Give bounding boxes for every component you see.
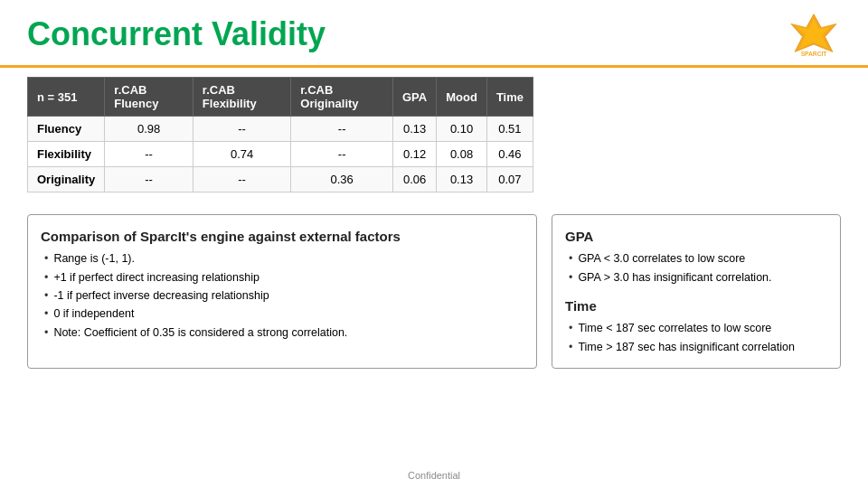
cell-flexibility-mood: 0.08 — [437, 142, 487, 167]
left-panel-bullets: Range is (-1, 1). +1 if perfect direct i… — [41, 250, 524, 342]
bullet-1: Range is (-1, 1). — [44, 250, 524, 267]
page-title: Concurrent Validity — [27, 16, 326, 52]
cell-fluency-rcabflexibility: -- — [193, 117, 290, 142]
bottom-section: Comparison of SparcIt's engine against e… — [0, 214, 868, 369]
page-header: Concurrent Validity SPARCIT — [0, 0, 868, 65]
col-header-originality: r.CAB Originality — [291, 78, 393, 117]
col-header-flexibility: r.CAB Flexibility — [193, 78, 290, 117]
time-heading: Time — [565, 296, 827, 316]
cell-flexibility-rcabflexibility: 0.74 — [193, 142, 290, 167]
gpa-bullet-1: GPA < 3.0 correlates to low score — [569, 250, 827, 267]
logo-area: SPARCIT — [787, 13, 841, 58]
main-content: n = 351 r.CAB Fluency r.CAB Flexibility … — [0, 68, 868, 211]
bullet-3: -1 if perfect inverse decreasing relatio… — [44, 287, 524, 305]
bullet-2: +1 if perfect direct increasing relation… — [44, 269, 524, 286]
cell-fluency-rcabfluency: 0.98 — [105, 117, 193, 142]
cell-flexibility-rcabfluency: -- — [105, 142, 193, 167]
svg-text:SPARCIT: SPARCIT — [801, 51, 827, 57]
left-panel: Comparison of SparcIt's engine against e… — [27, 214, 537, 369]
gpa-heading: GPA — [565, 226, 827, 247]
cell-originality-rcabfluency: -- — [105, 167, 193, 192]
gpa-bullet-2: GPA > 3.0 has insignificant correlation. — [569, 269, 827, 286]
col-header-n: n = 351 — [28, 78, 105, 117]
cell-fluency-mood: 0.10 — [437, 117, 487, 142]
footer-text: Confidential — [408, 470, 460, 481]
table-row-flexibility: Flexibility -- 0.74 -- 0.12 0.08 0.46 — [28, 142, 533, 167]
time-bullet-1: Time < 187 sec correlates to low score — [569, 320, 827, 337]
bullet-4: 0 if independent — [44, 305, 524, 323]
validity-table: n = 351 r.CAB Fluency r.CAB Flexibility … — [27, 77, 533, 192]
time-bullets: Time < 187 sec correlates to low score T… — [565, 320, 827, 356]
col-header-time: Time — [486, 78, 533, 117]
cell-fluency-label: Fluency — [28, 117, 105, 142]
sparcit-logo-icon: SPARCIT — [787, 13, 841, 58]
time-bullet-2: Time > 187 sec has insignificant correla… — [569, 339, 827, 356]
footer: Confidential — [0, 470, 868, 481]
cell-flexibility-gpa: 0.12 — [393, 142, 437, 167]
col-header-fluency: r.CAB Fluency — [105, 78, 193, 117]
col-header-mood: Mood — [437, 78, 487, 117]
cell-originality-label: Originality — [28, 167, 105, 192]
cell-fluency-gpa: 0.13 — [393, 117, 437, 142]
table-row-originality: Originality -- -- 0.36 0.06 0.13 0.07 — [28, 167, 533, 192]
gpa-bullets: GPA < 3.0 correlates to low score GPA > … — [565, 250, 827, 286]
col-header-gpa: GPA — [393, 78, 437, 117]
right-panel: GPA GPA < 3.0 correlates to low score GP… — [552, 214, 841, 369]
cell-flexibility-time: 0.46 — [486, 142, 533, 167]
cell-fluency-rcaboriginality: -- — [291, 117, 393, 142]
table-row-fluency: Fluency 0.98 -- -- 0.13 0.10 0.51 — [28, 117, 533, 142]
left-panel-heading: Comparison of SparcIt's engine against e… — [41, 226, 524, 247]
cell-originality-rcaboriginality: 0.36 — [291, 167, 393, 192]
cell-flexibility-rcaboriginality: -- — [291, 142, 393, 167]
cell-originality-rcabflexibility: -- — [193, 167, 290, 192]
cell-originality-time: 0.07 — [486, 167, 533, 192]
bullet-5: Note: Coefficient of 0.35 is considered … — [44, 324, 524, 342]
cell-originality-mood: 0.13 — [437, 167, 487, 192]
cell-fluency-time: 0.51 — [486, 117, 533, 142]
cell-flexibility-label: Flexibility — [28, 142, 105, 167]
cell-originality-gpa: 0.06 — [393, 167, 437, 192]
